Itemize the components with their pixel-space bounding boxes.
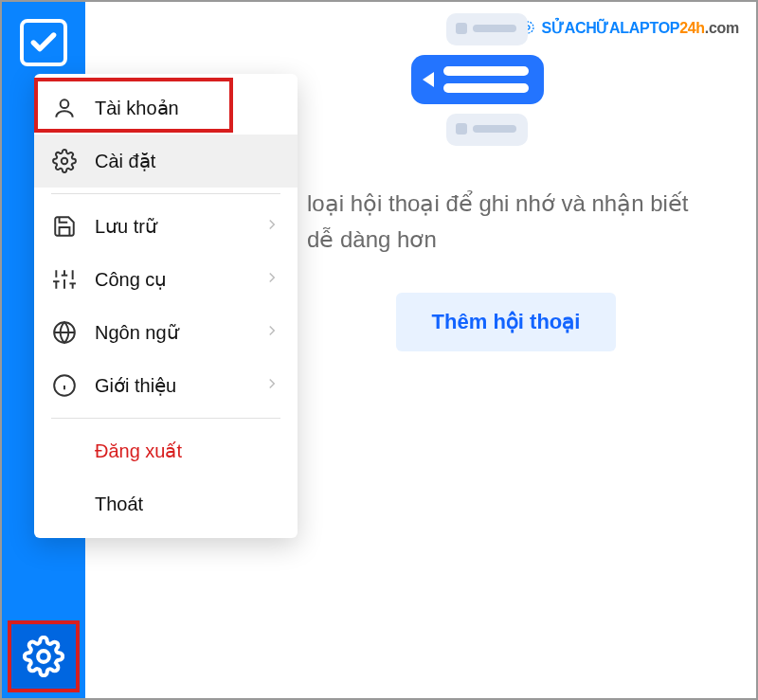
chevron-right-icon	[263, 322, 280, 344]
sliders-icon	[51, 266, 78, 293]
menu-label: Ngôn ngữ	[95, 321, 179, 344]
menu-item-language[interactable]: Ngôn ngữ	[34, 306, 298, 359]
gear-icon	[23, 636, 64, 677]
chevron-right-icon	[263, 375, 280, 397]
gear-icon	[51, 148, 78, 174]
menu-label: Cài đặt	[95, 150, 155, 172]
info-icon	[51, 372, 78, 399]
hint-text: loại hội thoại để ghi nhớ và nhận biết d…	[307, 186, 705, 259]
chevron-right-icon	[263, 216, 280, 238]
watermark: SỬACHỮALAPTOP24h.com	[520, 19, 739, 39]
add-conversation-button[interactable]: Thêm hội thoại	[396, 293, 617, 351]
watermark-brand-orange: 24h	[679, 20, 705, 36]
menu-label: Đăng xuất	[95, 440, 182, 462]
watermark-brand-blue: SỬACHỮALAPTOP	[542, 20, 680, 36]
bubble-small	[446, 114, 528, 146]
menu-separator	[51, 418, 280, 419]
menu-item-settings[interactable]: Cài đặt	[34, 135, 298, 188]
globe-icon	[51, 319, 78, 346]
svg-point-0	[38, 651, 49, 662]
menu-item-exit[interactable]: Thoát	[34, 477, 298, 530]
svg-point-2	[62, 158, 68, 165]
menu-item-logout[interactable]: Đăng xuất	[34, 424, 298, 477]
chevron-right-icon	[263, 269, 280, 291]
menu-item-storage[interactable]: Lưu trữ	[34, 200, 298, 253]
watermark-brand-grey: .com	[705, 20, 739, 36]
sidebar-settings-button[interactable]	[8, 620, 80, 692]
check-icon	[28, 27, 59, 58]
menu-item-about[interactable]: Giới thiệu	[34, 359, 298, 412]
menu-label: Lưu trữ	[95, 215, 157, 238]
bubble-small	[446, 13, 528, 45]
sidebar-check-box[interactable]	[20, 19, 67, 66]
illustration-bubbles	[430, 13, 544, 146]
save-icon	[51, 213, 78, 240]
user-icon	[51, 95, 78, 121]
menu-item-account[interactable]: Tài khoản	[34, 81, 298, 135]
menu-label: Công cụ	[95, 268, 167, 291]
menu-separator	[51, 193, 280, 194]
menu-label: Giới thiệu	[95, 374, 176, 397]
menu-label: Tài khoản	[95, 97, 179, 119]
menu-item-tools[interactable]: Công cụ	[34, 253, 298, 306]
svg-point-1	[61, 99, 69, 108]
settings-menu: Tài khoản Cài đặt Lưu trữ Công cụ Ngôn n…	[34, 74, 298, 538]
bubble-big	[411, 55, 544, 104]
menu-label: Thoát	[95, 494, 143, 515]
